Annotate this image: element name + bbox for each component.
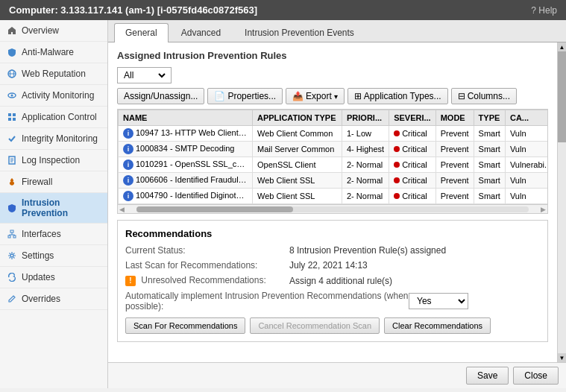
- cell-severity: Critical: [389, 142, 436, 157]
- sidebar-item-application-control[interactable]: Application Control: [0, 107, 107, 128]
- columns-icon: ⊟: [458, 91, 465, 101]
- cell-cat: Vuln: [505, 142, 547, 157]
- save-button[interactable]: Save: [466, 367, 509, 385]
- cell-severity: Critical: [389, 157, 436, 173]
- doc-icon: [6, 154, 18, 166]
- row-icon: i: [123, 175, 133, 186]
- auto-implement-select[interactable]: Yes No: [409, 293, 468, 309]
- sidebar-label-updates: Updates: [22, 272, 55, 282]
- tab-general[interactable]: General: [114, 23, 169, 42]
- cell-name: i1004790 - Identified Diginotar C...: [119, 189, 253, 204]
- footer: Save Close: [108, 362, 566, 388]
- edit-icon: [6, 293, 18, 305]
- cell-priority: 1- Low: [342, 126, 389, 142]
- sidebar-item-web-reputation[interactable]: Web Reputation: [0, 63, 107, 85]
- tabs: General Advanced Intrusion Prevention Ev…: [108, 20, 566, 42]
- sidebar-item-firewall[interactable]: Firewall: [0, 171, 107, 193]
- rec-unresolved-label: ! Unresolved Recommendations:: [125, 275, 289, 286]
- filter-toolbar: All Critical High Medium Low: [117, 67, 548, 83]
- sidebar-item-integrity-monitoring[interactable]: Integrity Monitoring: [0, 128, 107, 150]
- table-row[interactable]: i1006606 - Identified Fraudulent... Web …: [119, 173, 548, 189]
- table-row[interactable]: i10947 13- HTTP Web Client Dec... Web Cl…: [119, 126, 548, 142]
- scan-recommendations-button[interactable]: Scan For Recommendations: [125, 317, 245, 334]
- cell-type: Smart: [474, 142, 505, 157]
- sidebar-label-overrides: Overrides: [22, 294, 60, 304]
- properties-icon: 📄: [214, 91, 225, 101]
- sidebar-item-settings[interactable]: Settings: [0, 245, 107, 267]
- sidebar-label-interfaces: Interfaces: [22, 229, 61, 239]
- cell-priority: 2- Normal: [342, 173, 389, 189]
- sidebar-item-anti-malware[interactable]: Anti-Malware: [0, 42, 107, 63]
- rec-title: Recommendations: [125, 228, 540, 239]
- tab-advanced[interactable]: Advanced: [170, 23, 232, 42]
- svg-rect-8: [13, 118, 16, 121]
- cell-app-type: OpenSSL Client: [253, 157, 342, 173]
- check-icon: [6, 133, 18, 145]
- severity-dot: [394, 130, 400, 136]
- vscroll-indicator[interactable]: ▲ ▼: [557, 42, 566, 362]
- columns-button[interactable]: ⊟ Columns...: [451, 88, 517, 104]
- vscroll-up-button[interactable]: ▲: [558, 42, 566, 51]
- cell-app-type: Web Client SSL: [253, 173, 342, 189]
- rec-buttons: Scan For Recommendations Cancel Recommen…: [125, 317, 540, 334]
- severity-dot: [394, 177, 400, 183]
- app-icon: [6, 111, 18, 123]
- clear-recommendations-button[interactable]: Clear Recommendations: [384, 317, 491, 334]
- filter-select[interactable]: All Critical High Medium Low: [121, 69, 168, 81]
- window-title: Computer: 3.133.117.141 (am-1) [i-0575fd…: [9, 4, 257, 16]
- vscroll-down-button[interactable]: ▼: [558, 353, 566, 362]
- cancel-recommendation-button[interactable]: Cancel Recommendation Scan: [250, 317, 380, 334]
- help-link[interactable]: ? Help: [531, 5, 557, 16]
- properties-button[interactable]: 📄 Properties...: [207, 88, 283, 104]
- sidebar-label-integrity-monitoring: Integrity Monitoring: [22, 133, 98, 144]
- cell-cat: Vuln: [505, 126, 547, 142]
- cell-cat: Vulnerabi...: [505, 157, 547, 173]
- close-button[interactable]: Close: [513, 367, 559, 385]
- cell-app-type: Web Client SSL: [253, 189, 342, 204]
- table-hscroll[interactable]: ◀ ▶: [118, 204, 547, 213]
- assign-unassign-button[interactable]: Assign/Unassign...: [117, 88, 204, 104]
- cell-severity: Critical: [389, 189, 436, 204]
- cell-name: i10947 13- HTTP Web Client Dec...: [119, 126, 253, 142]
- sidebar-item-overrides[interactable]: Overrides: [0, 288, 107, 310]
- home-icon: [6, 25, 18, 37]
- cell-priority: 2- Normal: [342, 157, 389, 173]
- content-with-scroll: Assigned Intrusion Prevention Rules All …: [108, 42, 566, 362]
- sidebar-item-interfaces[interactable]: Interfaces: [0, 224, 107, 245]
- hscroll-thumb: [136, 206, 293, 212]
- cell-type: Smart: [474, 157, 505, 173]
- shield2-icon: [6, 202, 18, 214]
- fire-icon: [6, 176, 18, 188]
- cell-severity: Critical: [389, 173, 436, 189]
- sidebar-item-activity-monitoring[interactable]: Activity Monitoring: [0, 85, 107, 107]
- table-row[interactable]: i1000834 - SMTP Decoding Mail Server Com…: [119, 142, 548, 157]
- export-button[interactable]: 📤 Export ▾: [286, 88, 345, 104]
- rules-table-wrap: NAME APPLICATION TYPE PRIORI... SEVERI..…: [117, 109, 548, 214]
- table-row[interactable]: i1010291 - OpenSSL SSL_check... OpenSSL …: [119, 157, 548, 173]
- cell-mode: Prevent: [435, 126, 474, 142]
- cell-app-type: Web Client Common: [253, 126, 342, 142]
- cell-type: Smart: [474, 173, 505, 189]
- rec-last-scan-row: Last Scan for Recommendations: July 22, …: [125, 260, 540, 271]
- svg-point-20: [10, 254, 13, 257]
- sidebar-item-intrusion-prevention[interactable]: Intrusion Prevention: [0, 193, 107, 224]
- sidebar-label-intrusion-prevention: Intrusion Prevention: [22, 197, 101, 218]
- cell-name: i1000834 - SMTP Decoding: [119, 142, 253, 157]
- cell-mode: Prevent: [435, 189, 474, 204]
- table-row[interactable]: i1004790 - Identified Diginotar C... Web…: [119, 189, 548, 204]
- sidebar-item-overview[interactable]: Overview: [0, 20, 107, 42]
- sidebar-item-log-inspection[interactable]: Log Inspection: [0, 150, 107, 171]
- cell-mode: Prevent: [435, 173, 474, 189]
- globe-icon: [6, 68, 18, 80]
- main-layout: Overview Anti-Malware Web Reputation Act…: [0, 20, 566, 388]
- tab-intrusion-prevention-events[interactable]: Intrusion Prevention Events: [233, 23, 365, 42]
- svg-point-4: [11, 95, 13, 97]
- sidebar-label-web-reputation: Web Reputation: [22, 69, 86, 79]
- severity-dot: [394, 193, 400, 199]
- sidebar-label-activity-monitoring: Activity Monitoring: [22, 90, 94, 101]
- app-types-button[interactable]: ⊞ Application Types...: [348, 88, 448, 104]
- filter-dropdown[interactable]: All Critical High Medium Low: [117, 67, 172, 83]
- svg-rect-6: [13, 113, 16, 116]
- rec-current-status-label: Current Status:: [125, 245, 289, 256]
- sidebar-item-updates[interactable]: Updates: [0, 267, 107, 288]
